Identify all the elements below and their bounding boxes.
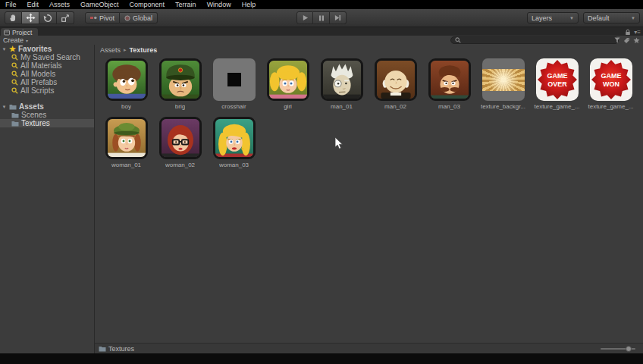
asset-thumbnail-texture-background[interactable]: [482, 58, 525, 101]
assets-header[interactable]: ▼ Assets: [0, 102, 94, 111]
asset-thumbnail-man-02[interactable]: [375, 58, 417, 101]
menu-edit[interactable]: Edit: [22, 0, 45, 9]
asset-label: woman_03: [219, 162, 249, 168]
folder-icon: [99, 346, 106, 352]
asset-item-texture-background[interactable]: texture_backgr...: [476, 58, 530, 117]
sidebar-item-all-models[interactable]: All Models: [0, 70, 94, 78]
sidebar-item-label: My Saved Search: [20, 53, 80, 61]
badge-text-line2: WON: [603, 80, 619, 88]
menu-component[interactable]: Component: [124, 0, 171, 9]
menu-window[interactable]: Window: [202, 0, 237, 9]
asset-thumbnail-crosshair[interactable]: [213, 58, 256, 101]
menu-gameobject[interactable]: GameObject: [75, 0, 124, 9]
pause-button[interactable]: [313, 11, 330, 24]
asset-item-man-02[interactable]: man_02: [369, 58, 422, 117]
asset-label: texture_backgr...: [481, 103, 525, 110]
asset-thumbnail-woman-01[interactable]: [105, 117, 148, 159]
asset-item-texture-game-won[interactable]: GAME WON texture_game_...: [584, 58, 638, 117]
hand-icon: [9, 14, 17, 22]
layout-dropdown[interactable]: Default ▼: [583, 12, 640, 24]
asset-thumbnail-boy[interactable]: [105, 58, 148, 101]
search-filter-icons: [614, 36, 640, 44]
breadcrumb-arrow-icon: ▸: [124, 47, 127, 53]
asset-item-woman-02[interactable]: woman_02: [153, 117, 207, 175]
asset-item-woman-03[interactable]: woman_03: [207, 117, 261, 175]
main-toolbar: Pivot Global Layers ▼ Default ▼: [0, 9, 643, 27]
asset-thumbnail-game-won[interactable]: GAME WON: [590, 58, 632, 101]
menu-bar: File Edit Assets GameObject Component Te…: [0, 0, 643, 9]
asset-grid-area[interactable]: boy: [95, 55, 643, 343]
folder-icon: [11, 121, 19, 127]
asset-thumbnail-game-over[interactable]: GAME OVER: [536, 58, 579, 101]
sidebar-item-scenes[interactable]: Scenes: [0, 111, 94, 119]
asset-label: girl: [284, 103, 292, 110]
favorites-header[interactable]: ▼ ★ Favorites: [0, 45, 94, 53]
asset-thumbnail-brig[interactable]: [159, 58, 202, 101]
sidebar-item-textures[interactable]: Textures: [0, 119, 94, 127]
playmode-controls: [296, 11, 347, 24]
asset-label: texture_game_...: [588, 103, 633, 110]
saved-search-icon: [11, 79, 18, 86]
lock-icon[interactable]: [625, 29, 631, 36]
asset-label: brig: [175, 103, 185, 110]
sidebar-item-all-materials[interactable]: All Materials: [0, 61, 94, 70]
badge-text-line1: GAME: [547, 72, 567, 80]
window-bottom-strip: [0, 353, 643, 364]
asset-thumbnail-man-03[interactable]: [428, 58, 471, 101]
sidebar-item-label: All Prefabs: [20, 78, 57, 86]
asset-item-girl[interactable]: girl: [261, 58, 315, 117]
asset-item-man-03[interactable]: man_03: [422, 58, 476, 117]
sidebar-item-label: All Models: [20, 70, 55, 78]
saved-search-icon: [11, 62, 18, 69]
filter-by-type-icon[interactable]: [614, 37, 620, 43]
sidebar-item-my-saved-search[interactable]: My Saved Search: [0, 53, 94, 61]
breadcrumb-current[interactable]: Textures: [130, 46, 158, 54]
global-toggle-button[interactable]: Global: [120, 12, 158, 24]
play-icon: [302, 14, 309, 21]
saved-search-icon: [11, 87, 18, 94]
rotate-tool-button[interactable]: [39, 11, 57, 24]
layers-dropdown[interactable]: Layers ▼: [527, 12, 579, 24]
filter-by-label-icon[interactable]: [623, 37, 630, 44]
asset-item-brig[interactable]: brig: [153, 58, 207, 117]
menu-assets[interactable]: Assets: [44, 0, 75, 9]
chevron-down-icon: ▼: [569, 16, 574, 20]
step-button[interactable]: [330, 11, 347, 24]
save-search-icon[interactable]: [633, 37, 640, 44]
panel-menu-icon[interactable]: ▾≡: [634, 29, 641, 36]
asset-thumbnail-girl[interactable]: [267, 58, 309, 101]
badge-text-line1: GAME: [601, 72, 621, 80]
pivot-toggle-button[interactable]: Pivot: [85, 12, 120, 24]
foldout-icon[interactable]: ▼: [2, 47, 7, 52]
layout-dropdown-label: Default: [588, 14, 610, 22]
folder-icon: [9, 104, 17, 110]
menu-terrain[interactable]: Terrain: [170, 0, 202, 9]
asset-item-boy[interactable]: boy: [99, 58, 153, 117]
foldout-icon[interactable]: ▼: [2, 105, 7, 109]
scale-tool-button[interactable]: [57, 11, 74, 24]
menu-help[interactable]: Help: [237, 0, 262, 9]
sidebar-item-all-prefabs[interactable]: All Prefabs: [0, 78, 94, 86]
asset-label: crosshair: [221, 103, 246, 110]
asset-thumbnail-woman-02[interactable]: [159, 117, 202, 159]
sidebar-item-all-scripts[interactable]: All Scripts: [0, 86, 94, 95]
asset-item-man-01[interactable]: man_01: [315, 58, 369, 117]
asset-label: man_01: [331, 103, 353, 110]
asset-thumbnail-man-01[interactable]: [321, 58, 363, 101]
asset-label: boy: [121, 103, 131, 110]
folder-icon: [11, 112, 19, 118]
slider-knob[interactable]: [626, 346, 632, 352]
asset-item-crosshair[interactable]: crosshair: [207, 58, 261, 117]
asset-item-woman-01[interactable]: woman_01: [99, 117, 153, 175]
move-tool-button[interactable]: [22, 11, 39, 24]
asset-item-texture-game-over[interactable]: GAME OVER texture_game_...: [530, 58, 584, 117]
breadcrumb-root[interactable]: Assets: [100, 46, 121, 54]
play-button[interactable]: [296, 11, 313, 24]
thumbnail-size-slider[interactable]: [601, 348, 635, 350]
menu-file[interactable]: File: [0, 0, 22, 9]
assets-header-label: Assets: [19, 102, 44, 111]
create-button[interactable]: Create ▾: [3, 36, 28, 44]
hand-tool-button[interactable]: [5, 11, 22, 24]
search-input[interactable]: [463, 37, 614, 44]
asset-thumbnail-woman-03[interactable]: [213, 117, 256, 159]
